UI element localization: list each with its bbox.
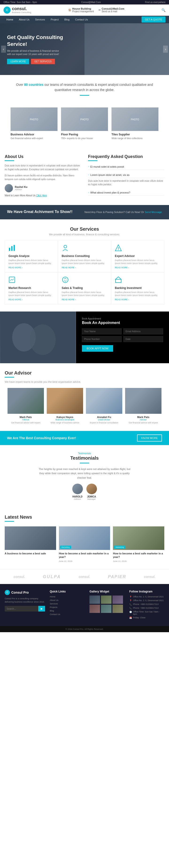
faq-q-1[interactable]: Ei mundi solet id soleis possit — [88, 164, 164, 170]
book-phone-input[interactable] — [82, 336, 122, 342]
gallery-item-1[interactable] — [90, 595, 100, 604]
calendar-icon: 📅 — [129, 617, 132, 619]
nav-about[interactable]: About Us — [16, 16, 32, 23]
news-card-3: Marketing How to become a best safe mark… — [113, 526, 164, 562]
footer-link-contact[interactable]: Contact Us — [50, 613, 85, 616]
service-1-link[interactable]: READ MORE › — [8, 267, 54, 269]
advisor-role-1: Advisor — [7, 418, 44, 421]
svg-rect-18 — [115, 279, 121, 283]
footer-link-about[interactable]: About Us — [50, 599, 85, 601]
footer-contact-2: 📍 Office No. 2: 5, Dinonomad 2021 — [129, 599, 164, 602]
get-services-button[interactable]: GET SERVICES — [31, 59, 55, 64]
nav-home[interactable]: Home — [3, 16, 16, 23]
nav-project[interactable]: Project — [48, 16, 62, 23]
card-2: PHOTO Floor Paving 700+ experts to do yo… — [61, 107, 108, 140]
advisor-grid: Mark Pats Advisor Get financial advice w… — [5, 388, 164, 424]
footer-gallery-col: Gallery Widget — [90, 590, 125, 620]
footer-address-1: Office No. 1: 5, Dinonomad 2021 — [133, 595, 164, 598]
svg-rect-7 — [11, 246, 12, 251]
advisor-desc-3: Expert in financial consultation — [86, 422, 122, 424]
achievement-title: We Have Great Achivment To Show!! — [7, 210, 72, 214]
service-3-link[interactable]: READ MORE › — [115, 267, 161, 269]
footer-contact-5: 🕐 Office Time: Sun-Sat / 9am - 6pm — [129, 611, 164, 615]
service-2-name: Business Consulting — [62, 254, 107, 258]
brand-2: GULPA — [43, 575, 61, 579]
about-advisor-name: Rashel Ku — [15, 186, 28, 188]
search-icon[interactable]: 🔍 — [162, 8, 166, 12]
service-3-desc: Dapibus placerat lorem dictum tortor lac… — [115, 259, 161, 265]
nav-contact[interactable]: Contact Us — [72, 16, 91, 23]
service-4-name: Market Research — [8, 286, 54, 290]
news-badge-3: Marketing — [114, 546, 125, 549]
gallery-item-4[interactable] — [90, 605, 100, 613]
advisor-role-3: Lead Advisor — [86, 418, 122, 421]
service-5-link[interactable]: READ MORE › — [62, 298, 107, 301]
footer-contact-3: 📞 Phone: +880 01336617313 — [129, 603, 164, 606]
testimonials-bar — [80, 463, 89, 463]
book-email-input[interactable] — [124, 329, 163, 334]
gallery-item-3[interactable] — [112, 595, 123, 604]
service-google-analyze: Google Analyze Dapibus placerat lorem di… — [5, 241, 58, 273]
hero-next-button[interactable]: › — [163, 45, 168, 53]
brand-1: consul. — [13, 575, 25, 579]
footer-link-blog[interactable]: Blog — [50, 610, 85, 612]
footer-about-text: Consul Pro is a consulting company deliv… — [5, 597, 45, 604]
about-advisor-avatar — [5, 184, 13, 192]
card-1-image: PHOTO — [10, 107, 58, 131]
service-4-link[interactable]: READ MORE › — [8, 298, 54, 301]
testimonial-avatars: HAROLD Advisor JEMICA Manager — [9, 484, 160, 500]
header: C consul. Business Consulting 🏠 House Bu… — [0, 4, 169, 16]
gallery-item-6[interactable] — [112, 605, 123, 613]
book-submit-button[interactable]: BOOK APPT NOW — [82, 345, 113, 352]
nav-services[interactable]: Services — [32, 16, 48, 23]
hero-section: ‹ Get Quality Consulting Service! We pro… — [0, 23, 169, 75]
service-3-name: Expert Advisor — [115, 254, 161, 258]
footer-logo-icon: C — [5, 590, 10, 595]
about-col: About Us Duis aute irure dolor in repreh… — [5, 154, 81, 198]
nav-blog[interactable]: Blog — [62, 16, 72, 23]
book-form-row-2 — [82, 336, 163, 342]
achievement-left: We Have Great Achivment To Show!! — [7, 210, 72, 215]
footer-link-services[interactable]: Services — [50, 602, 85, 605]
faq-q-2[interactable]: Lorem ipsum dolor sit amet, vix as — [88, 172, 164, 178]
hero-prev-button[interactable]: ‹ — [1, 45, 6, 53]
service-6-desc: Dapibus placerat lorem dictum tortor lac… — [115, 291, 161, 297]
footer-contact-4: 📞 Phone: +880 01336617313 — [129, 607, 164, 610]
book-form: BOOK APPT NOW — [82, 329, 163, 352]
book-date-input[interactable] — [124, 336, 163, 342]
testimonials-section: Testimonials Testimonials The heights by… — [0, 445, 169, 507]
footer-links-col: Quick Links Home About Us Services Proje… — [50, 590, 85, 620]
footer-search-button[interactable]: ▶ — [38, 606, 45, 612]
testimonial-name-1: HAROLD — [72, 495, 83, 498]
service-6-link[interactable]: READ MORE › — [115, 298, 161, 301]
contact-1-sub: Project management — [72, 10, 94, 13]
advisor-role-4: Advisor — [125, 418, 162, 421]
news-img-2: Marketing — [59, 526, 110, 550]
svg-line-15 — [11, 279, 13, 280]
footer-links-list: Home About Us Services Projects Blog Con… — [50, 595, 85, 616]
advisor-name-4: Mark Pats — [125, 416, 162, 418]
brand-4: PAPIER — [108, 575, 126, 579]
testimonial-role-1: Advisor — [72, 498, 83, 500]
footer-search-input[interactable] — [5, 606, 38, 612]
achievement-send-message-link[interactable]: Send Message — [145, 211, 162, 214]
know-more-button[interactable]: KNOW MORE — [137, 434, 162, 441]
news-title-2: How to become a best sale marketer in a … — [59, 552, 110, 559]
about-learn-more-link[interactable]: Click Here — [36, 194, 47, 197]
get-quote-button[interactable]: GET A QUOTE — [141, 17, 166, 23]
service-business-consulting: Business Consulting Dapibus placerat lor… — [58, 241, 111, 273]
faq-q-3[interactable]: What about invest plan & process? — [88, 190, 164, 196]
testimonials-text: The heights by great men reached & kept … — [38, 467, 131, 480]
news-card-1: A business to become a best sale — [5, 526, 56, 562]
service-2-link[interactable]: READ MORE › — [62, 267, 107, 269]
location-icon: 📍 — [129, 596, 132, 598]
news-img-3: Marketing — [113, 526, 164, 550]
logo[interactable]: C consul. Business Consulting — [3, 6, 31, 13]
book-name-input[interactable] — [82, 329, 122, 334]
gallery-item-2[interactable] — [101, 595, 111, 604]
gallery-item-5[interactable] — [101, 605, 111, 613]
advisor-section: Our Advisor We have expert teams to prov… — [0, 363, 169, 431]
footer-link-projects[interactable]: Projects — [50, 606, 85, 609]
footer-link-home[interactable]: Home — [50, 595, 85, 598]
learn-more-button[interactable]: LEARN MORE — [7, 59, 29, 64]
